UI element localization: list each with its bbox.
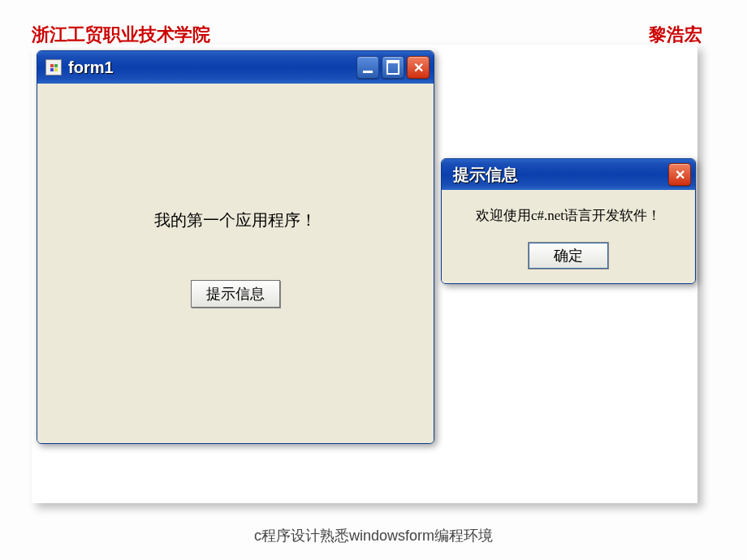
dialog-titlebar-controls: [668, 163, 691, 186]
ok-button[interactable]: 确定: [529, 243, 608, 269]
dialog-body: 欢迎使用c#.net语言开发软件！ 确定: [442, 190, 695, 283]
maximize-button[interactable]: [382, 56, 404, 79]
slide-header-institution: 浙江工贸职业技术学院: [32, 23, 210, 47]
main-window-body: 我的第一个应用程序！ 提示信息: [37, 84, 434, 443]
messagebox-dialog: 提示信息 欢迎使用c#.net语言开发软件！ 确定: [441, 158, 696, 284]
dialog-titlebar[interactable]: 提示信息: [442, 159, 695, 190]
slide-footer-caption: c程序设计熟悉windowsform编程环境: [254, 526, 493, 545]
main-window-title: form1: [68, 58, 356, 77]
dialog-title: 提示信息: [453, 164, 668, 186]
slide-header-author: 黎浩宏: [649, 23, 702, 47]
close-button[interactable]: [407, 56, 430, 79]
titlebar-controls: [356, 56, 430, 79]
show-prompt-button[interactable]: 提示信息: [191, 280, 280, 308]
dialog-message: 欢迎使用c#.net语言开发软件！: [453, 206, 684, 225]
main-message-label: 我的第一个应用程序！: [37, 209, 434, 231]
main-titlebar[interactable]: form1: [37, 51, 434, 84]
app-icon: [45, 59, 62, 75]
dialog-close-button[interactable]: [668, 163, 691, 186]
main-form-window: form1 我的第一个应用程序！ 提示信息: [37, 50, 434, 444]
minimize-button[interactable]: [356, 56, 379, 79]
